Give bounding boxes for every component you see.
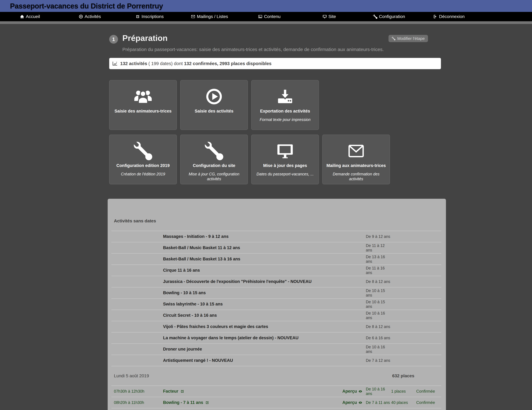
eye-icon [358,400,362,405]
activity-age: De 10 à 16 ans [366,311,391,320]
activity-name: Swiss labyrinthe - 10 à 15 ans [163,302,342,306]
card-title: Mise à jour des pages [254,163,316,168]
play-circle-icon [79,14,83,19]
card-config-edition[interactable]: Configuration edition 2019Création de l'… [109,134,177,184]
activity-age: De 8 à 12 ans [366,279,391,284]
card-maj-pages[interactable]: Mise à jour des pagesDates du passeport-… [251,134,319,184]
undated-activity-row: Cirque 11 à 16 ansDe 11 à 16 ans [111,265,441,276]
card-mailing-animateurs[interactable]: Mailing aux animateurs-tricesDemande con… [322,134,390,184]
wrench-icon [112,141,174,162]
preview-label: Aperçu [342,400,357,405]
activity-age: De 7 à 12 ans [366,358,391,363]
card-title: Configuration du site [183,163,245,168]
undated-activity-row: Swiss labyrinthe - 10 à 15 ansDe 10 à 15… [111,298,441,310]
modify-step-button[interactable]: Modifier l'étape [389,35,428,42]
undated-activity-row: Jurassica - Découverte de l'exposition "… [111,276,441,287]
wrench-icon [392,37,395,40]
activity-name-label: Facteur [163,389,178,394]
envelope-icon [191,14,195,19]
undated-activity-row: Basket-Ball / Music Basket 11 à 12 ansDe… [111,242,441,253]
activity-name: Basket-Ball / Music Basket 13 à 16 ans [163,257,342,261]
activity-places: 40 places [391,400,414,405]
nav-item-mailings[interactable]: Mailings / Listes [180,14,239,19]
stats-segment: 132 confirmées, [184,61,218,66]
activity-name: Circuit Secret - 10 à 16 ans [163,313,342,318]
nav-item-activites[interactable]: Activités [60,14,120,19]
nav-item-label: Site [328,14,336,19]
activity-status: Confirmée [414,400,441,405]
dated-activity-row: 07h30h à 12h30hFacteurAperçuDe 10 à 16 a… [111,385,441,397]
edit-square-icon[interactable] [205,400,209,405]
activity-age: De 6 à 16 ans [366,336,391,340]
nav-item-configuration[interactable]: Configuration [359,14,419,19]
card-title: Exportation des activités [254,109,316,114]
card-exportation[interactable]: Exportation des activitésFormat texte po… [251,80,319,130]
activity-name: Massages - Initiation - 9 à 12 ans [163,234,342,239]
dated-activity-row: 08h20h à 11h30hBowling - 7 à 11 ansAperç… [111,397,441,408]
envelope-icon [325,141,387,162]
edit-square-icon[interactable] [180,389,184,393]
nav-item-contenu[interactable]: Contenu [239,14,299,19]
card-subtitle: Demande confirmation des activités [325,172,387,181]
activity-name-link[interactable]: Facteur [163,389,342,394]
undated-activity-row: Artistiquement rangé ! - NOUVEAUDe 7 à 1… [111,355,441,366]
activity-name: Bowling - 10 à 15 ans [163,290,342,295]
app-title: Passeport-vacances du District de Porren… [10,2,163,10]
main-nav: AccueilActivitésInscriptionsMailings / L… [0,12,532,21]
nav-item-label: Accueil [26,14,40,19]
activity-preview-link[interactable]: Aperçu [342,400,366,405]
card-subtitle: Création de l'édition 2019 [112,172,174,177]
nav-item-accueil[interactable]: Accueil [0,14,60,19]
activity-preview-link[interactable]: Aperçu [342,389,366,394]
activity-age: De 10 à 16 ans [366,387,391,396]
undated-activity-row: Basket-Ball / Music Basket 13 à 16 ansDe… [111,253,441,265]
activity-age: De 13 à 16 ans [366,255,391,264]
activity-age: De 10 à 15 ans [366,300,391,309]
undated-activity-row: Massages - Initiation - 9 à 12 ansDe 9 à… [111,231,441,242]
app-header: Passeport-vacances du District de Porren… [0,0,532,12]
nav-item-label: Mailings / Listes [197,14,228,19]
card-subtitle: Mise à jour CG, configuration activités [183,172,245,181]
preview-label: Aperçu [342,389,357,394]
main-content: 1 Préparation Préparation du passeport-v… [0,24,532,410]
stats-bar: 132 activités ( 199 dates) dont 132 conf… [109,58,441,69]
nav-item-label: Contenu [264,14,281,19]
wrench-icon [373,14,377,19]
activity-places: 1 places [391,389,414,394]
activity-name: La machine à voyager dans le temps (atel… [163,335,342,340]
activity-name: Droner une journée [163,347,342,352]
activity-name-label: Bowling - 7 à 11 ans [163,400,203,405]
card-title: Configuration edition 2019 [112,163,174,168]
activity-name-link[interactable]: Bowling - 7 à 11 ans [163,400,342,405]
nav-item-inscriptions[interactable]: Inscriptions [120,14,180,19]
card-subtitle: Format texte pour impression [254,117,316,122]
activity-time: 08h20h à 11h30h [111,400,163,405]
nav-item-label: Configuration [379,14,405,19]
card-saisie-animateurs[interactable]: Saisie des animateurs-trices [109,80,177,130]
chart-line-icon [112,61,118,66]
activity-age: De 10 à 16 ans [366,345,391,354]
step-description: Préparation du passeport-vacances: saisi… [122,47,384,52]
edit-square-icon [135,14,140,19]
nav-divider [0,21,532,24]
eye-icon [358,389,362,393]
signout-icon [433,14,437,19]
activity-age: De 8 à 12 ans [366,324,391,329]
nav-item-deconnexion[interactable]: Déconnexion [419,14,479,19]
card-saisie-activites[interactable]: Saisie des activités [180,80,248,130]
play-circle-icon [183,86,245,107]
stats-text: 132 activités ( 199 dates) dont 132 conf… [120,61,271,66]
activity-age: De 7 à 11 ans [366,400,391,405]
card-title: Saisie des animateurs-trices [112,109,174,114]
card-config-site[interactable]: Configuration du siteMise à jour CG, con… [180,134,248,184]
stats-segment: 2993 places disponibles [218,61,271,66]
undated-activity-row: Bowling - 10 à 15 ansDe 10 à 15 ans [111,287,441,298]
activities-table: Massages - Initiation - 9 à 12 ansDe 9 à… [111,231,441,410]
day-header-row: Lundi 5 août 2019632 places [111,366,441,385]
download-icon [254,86,316,107]
undated-activity-row: La machine à voyager dans le temps (atel… [111,332,441,343]
action-cards-row-2: Configuration edition 2019Création de l'… [109,134,390,184]
activity-age: De 11 à 12 ans [366,243,391,252]
card-title: Mailing aux animateurs-trices [325,163,387,168]
nav-item-site[interactable]: Site [299,14,359,19]
